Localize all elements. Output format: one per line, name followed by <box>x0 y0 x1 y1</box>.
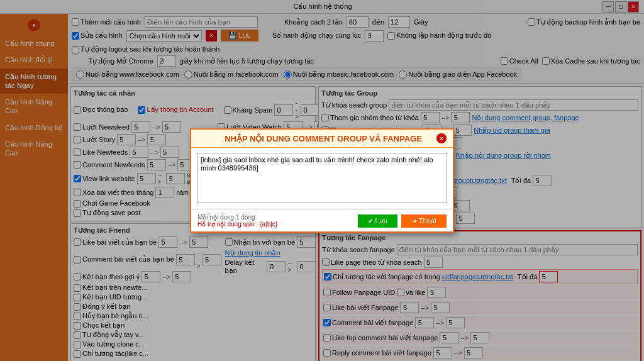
modal-footer: Mỗi nội dung 1 dòng Hỗ trợ nội dung spin… <box>191 209 453 231</box>
check-icon: ✔ <box>368 217 374 225</box>
comment-modal: NHẬP NỘI DUNG COMMENT GROUP VÀ FANPAGE ✕… <box>190 128 454 233</box>
modal-save-button[interactable]: ✔ Lưu <box>358 214 397 228</box>
modal-exit-button[interactable]: ➔ Thoát <box>401 214 447 228</box>
modal-content-textarea[interactable]: [inbox] gia saol inbox nhé gia sao adi t… <box>197 153 447 203</box>
modal-close-button[interactable]: ✕ <box>436 133 447 143</box>
modal-hint-line: Mỗi nội dung 1 dòng <box>197 214 277 221</box>
exit-icon: ➔ <box>411 217 417 225</box>
modal-overlay[interactable]: NHẬP NỘI DUNG COMMENT GROUP VÀ FANPAGE ✕… <box>0 0 644 361</box>
modal-hint-spin: Hỗ trợ nội dung spin : {a|b|c} <box>197 221 277 228</box>
modal-header: NHẬP NỘI DUNG COMMENT GROUP VÀ FANPAGE ✕ <box>191 130 453 148</box>
modal-title: NHẬP NỘI DUNG COMMENT GROUP VÀ FANPAGE <box>210 134 436 143</box>
modal-body: [inbox] gia saol inbox nhé gia sao adi t… <box>191 148 453 209</box>
